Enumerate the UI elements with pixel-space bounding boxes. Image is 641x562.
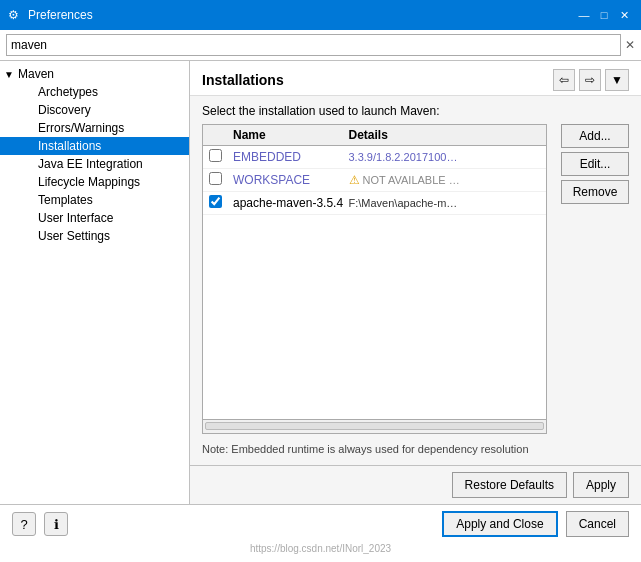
help-button[interactable]: ? xyxy=(12,512,36,536)
title-bar-title: Preferences xyxy=(28,8,93,22)
search-clear-button[interactable]: ✕ xyxy=(625,38,635,52)
sidebar-item-archetypes[interactable]: Archetypes xyxy=(0,83,189,101)
col-check xyxy=(207,128,231,142)
dialog-action-row: ? ℹ Apply and Close Cancel xyxy=(12,511,629,537)
col-name: Name xyxy=(231,128,347,142)
sidebar-item-javaee[interactable]: Java EE Integration xyxy=(0,155,189,173)
sidebar: ▼ Maven Archetypes Discovery Errors/Warn… xyxy=(0,61,190,504)
sidebar-item-installations-label: Installations xyxy=(38,139,101,153)
note-text: Note: Embedded runtime is always used fo… xyxy=(202,442,629,457)
sidebar-item-usersettings-label: User Settings xyxy=(38,229,110,243)
panel-body: Select the installation used to launch M… xyxy=(190,96,641,465)
row-workspace-check[interactable] xyxy=(207,172,231,188)
select-label: Select the installation used to launch M… xyxy=(202,104,629,118)
row-apache-check[interactable] xyxy=(207,195,231,211)
workspace-checkbox[interactable] xyxy=(209,172,222,185)
search-bar: ✕ xyxy=(0,30,641,61)
sidebar-item-discovery[interactable]: Discovery xyxy=(0,101,189,119)
dialog-bottom: ? ℹ Apply and Close Cancel https://blog.… xyxy=(0,504,641,562)
sidebar-item-lifecycle[interactable]: Lifecycle Mappings xyxy=(0,173,189,191)
row-workspace-name: WORKSPACE xyxy=(231,173,347,187)
sidebar-item-discovery-label: Discovery xyxy=(38,103,91,117)
row-workspace-details: ⚠NOT AVAILABLE [3.0,) xyxy=(347,173,463,187)
table-area: Name Details EMBEDDED xyxy=(202,124,547,434)
panel-header: Installations ⇦ ⇨ ▼ xyxy=(190,61,641,96)
panel-toolbar: ⇦ ⇨ ▼ xyxy=(553,69,629,91)
apply-button[interactable]: Apply xyxy=(573,472,629,498)
close-button[interactable]: ✕ xyxy=(615,6,633,24)
remove-button[interactable]: Remove xyxy=(561,180,629,204)
sidebar-item-user-settings[interactable]: User Settings xyxy=(0,227,189,245)
sidebar-item-javaee-label: Java EE Integration xyxy=(38,157,143,171)
dropdown-button[interactable]: ▼ xyxy=(605,69,629,91)
sidebar-item-maven-label: Maven xyxy=(18,67,54,81)
info-button[interactable]: ℹ xyxy=(44,512,68,536)
back-button[interactable]: ⇦ xyxy=(553,69,575,91)
table-row: EMBEDDED 3.3.9/1.8.2.20171007-0216 xyxy=(203,146,546,169)
sidebar-item-user-interface[interactable]: User Interface xyxy=(0,209,189,227)
sidebar-item-lifecycle-label: Lifecycle Mappings xyxy=(38,175,140,189)
forward-button[interactable]: ⇨ xyxy=(579,69,601,91)
col-spacer xyxy=(462,128,542,142)
sidebar-item-installations[interactable]: Installations xyxy=(0,137,189,155)
maximize-button[interactable]: □ xyxy=(595,6,613,24)
installations-table: Name Details EMBEDDED xyxy=(202,124,547,434)
add-button[interactable]: Add... xyxy=(561,124,629,148)
row-embedded-details: 3.3.9/1.8.2.20171007-0216 xyxy=(347,151,463,163)
apply-and-close-button[interactable]: Apply and Close xyxy=(442,511,557,537)
apache-checkbox[interactable] xyxy=(209,195,222,208)
table-with-buttons: Name Details EMBEDDED xyxy=(202,124,629,434)
panel-title: Installations xyxy=(202,72,284,88)
minimize-button[interactable]: — xyxy=(575,6,593,24)
scrollbar-area[interactable] xyxy=(203,419,546,433)
col-details: Details xyxy=(347,128,463,142)
watermark: https://blog.csdn.net/INorl_2023 xyxy=(12,541,629,556)
scrollbar-track[interactable] xyxy=(205,422,544,430)
sidebar-item-archetypes-label: Archetypes xyxy=(38,85,98,99)
sidebar-item-errors-label: Errors/Warnings xyxy=(38,121,124,135)
row-embedded-name: EMBEDDED xyxy=(231,150,347,164)
expand-icon: ▼ xyxy=(4,69,14,80)
cancel-button[interactable]: Cancel xyxy=(566,511,629,537)
title-bar-left: ⚙ Preferences xyxy=(8,8,93,22)
embedded-checkbox[interactable] xyxy=(209,149,222,162)
preferences-icon: ⚙ xyxy=(8,8,22,22)
sidebar-item-templates-label: Templates xyxy=(38,193,93,207)
edit-button[interactable]: Edit... xyxy=(561,152,629,176)
dialog-action-left: ? ℹ xyxy=(12,512,68,536)
search-input[interactable] xyxy=(6,34,621,56)
table-row: WORKSPACE ⚠NOT AVAILABLE [3.0,) xyxy=(203,169,546,192)
table-header: Name Details xyxy=(203,125,546,146)
warning-icon: ⚠ xyxy=(349,173,360,187)
row-apache-name: apache-maven-3.5.4 xyxy=(231,196,347,210)
content-area: ▼ Maven Archetypes Discovery Errors/Warn… xyxy=(0,61,641,504)
bottom-buttons-row: Restore Defaults Apply xyxy=(190,465,641,504)
restore-defaults-button[interactable]: Restore Defaults xyxy=(452,472,567,498)
row-apache-details: F:\Maven\apache-maven-3.5 xyxy=(347,197,463,209)
table-body: EMBEDDED 3.3.9/1.8.2.20171007-0216 xyxy=(203,146,546,419)
right-panel: Installations ⇦ ⇨ ▼ Select the installat… xyxy=(190,61,641,504)
sidebar-item-errors-warnings[interactable]: Errors/Warnings xyxy=(0,119,189,137)
title-bar: ⚙ Preferences — □ ✕ xyxy=(0,0,641,30)
table-action-buttons: Add... Edit... Remove xyxy=(561,124,629,434)
title-bar-controls: — □ ✕ xyxy=(575,6,633,24)
table-row: apache-maven-3.5.4 F:\Maven\apache-maven… xyxy=(203,192,546,215)
sidebar-item-templates[interactable]: Templates xyxy=(0,191,189,209)
main-container: ✕ ▼ Maven Archetypes Discovery Errors/Wa… xyxy=(0,30,641,562)
sidebar-item-maven[interactable]: ▼ Maven xyxy=(0,65,189,83)
row-embedded-check[interactable] xyxy=(207,149,231,165)
sidebar-item-userinterface-label: User Interface xyxy=(38,211,113,225)
